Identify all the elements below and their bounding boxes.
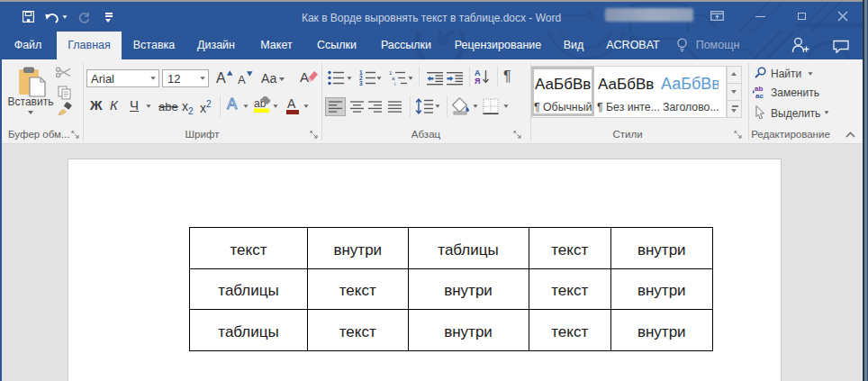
svg-text:i: i (394, 81, 395, 86)
svg-text:Я: Я (475, 77, 480, 86)
svg-text:А: А (300, 69, 309, 85)
svg-text:ac: ac (755, 92, 764, 99)
svg-text:3: 3 (359, 80, 363, 86)
